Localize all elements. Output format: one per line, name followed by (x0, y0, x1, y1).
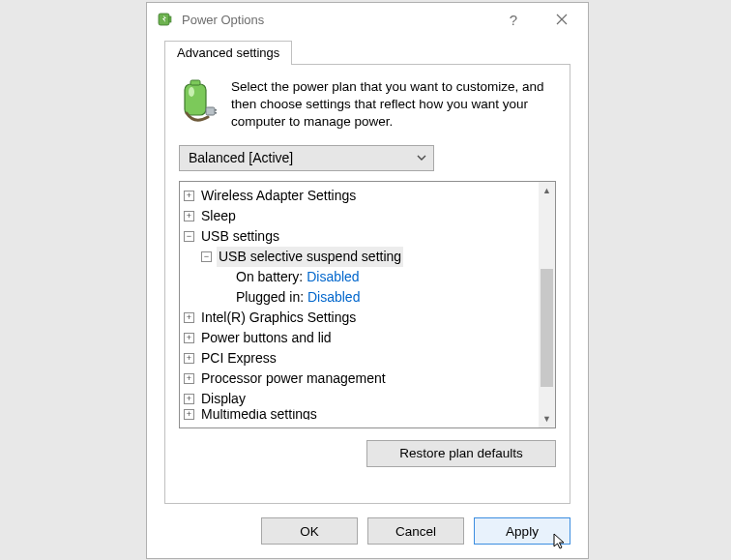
chevron-down-icon (417, 155, 426, 161)
tab-advanced-settings[interactable]: Advanced settings (164, 41, 292, 65)
svg-rect-4 (206, 107, 215, 115)
apply-button[interactable]: Apply (474, 517, 570, 545)
tree-item-usb-selective-suspend[interactable]: − USB selective suspend setting (184, 247, 537, 267)
close-button[interactable] (541, 6, 582, 33)
settings-tree: + Wireless Adapter Settings + Sleep − US… (179, 181, 556, 428)
tree-item-intel-graphics[interactable]: + Intel(R) Graphics Settings (184, 308, 537, 328)
expand-icon[interactable]: + (184, 394, 194, 404)
description-text: Select the power plan that you want to c… (231, 78, 556, 132)
power-plan-selected-label: Balanced [Active] (189, 150, 293, 165)
battery-plug-icon (157, 11, 174, 28)
tab-panel: Select the power plan that you want to c… (164, 65, 570, 504)
dialog-content: Advanced settings Select the power plan … (147, 36, 588, 517)
scroll-up-icon[interactable]: ▲ (542, 184, 551, 197)
titlebar: Power Options ? (147, 3, 588, 36)
svg-point-3 (189, 87, 194, 97)
description-row: Select the power plan that you want to c… (179, 78, 556, 132)
scroll-thumb[interactable] (541, 269, 553, 387)
tree-leaf-plugged-in[interactable]: Plugged in: Disabled (184, 287, 537, 308)
ok-button[interactable]: OK (261, 517, 358, 545)
tabstrip: Advanced settings (164, 40, 570, 65)
svg-rect-2 (190, 80, 200, 85)
collapse-icon[interactable]: − (184, 231, 194, 242)
tree-item-processor-power-mgmt[interactable]: + Processor power management (184, 368, 537, 389)
plugged-in-value[interactable]: Disabled (307, 287, 360, 308)
cancel-button[interactable]: Cancel (367, 517, 464, 545)
svg-rect-1 (185, 84, 206, 115)
power-plan-select[interactable]: Balanced [Active] (179, 145, 434, 171)
expand-icon[interactable]: + (184, 373, 194, 384)
help-button[interactable]: ? (493, 6, 534, 33)
svg-rect-6 (215, 112, 217, 114)
scroll-track[interactable] (539, 197, 555, 412)
window-title: Power Options (182, 13, 485, 27)
tree-viewport[interactable]: + Wireless Adapter Settings + Sleep − US… (180, 182, 539, 427)
tree-item-wireless-adapter[interactable]: + Wireless Adapter Settings (184, 186, 537, 206)
tree-item-power-buttons-lid[interactable]: + Power buttons and lid (184, 328, 537, 348)
expand-icon[interactable]: + (184, 333, 194, 343)
expand-icon[interactable]: + (184, 211, 194, 221)
tree-item-sleep[interactable]: + Sleep (184, 206, 537, 226)
power-options-dialog: Power Options ? Advanced settings (146, 2, 589, 559)
tree-leaf-on-battery[interactable]: On battery: Disabled (184, 267, 537, 287)
restore-plan-defaults-button[interactable]: Restore plan defaults (366, 440, 556, 467)
collapse-icon[interactable]: − (201, 251, 212, 262)
tree-item-display[interactable]: + Display (184, 389, 537, 409)
scroll-down-icon[interactable]: ▼ (542, 412, 551, 426)
expand-icon[interactable]: + (184, 353, 194, 364)
svg-rect-5 (215, 109, 217, 111)
expand-icon[interactable]: + (184, 409, 194, 420)
tree-vertical-scrollbar[interactable]: ▲ ▼ (539, 182, 555, 427)
on-battery-value[interactable]: Disabled (307, 267, 359, 287)
expand-icon[interactable]: + (184, 191, 194, 201)
tree-item-multimedia[interactable]: + Multimedia settings (184, 409, 537, 420)
tree-item-pci-express[interactable]: + PCI Express (184, 348, 537, 368)
tree-item-usb-settings[interactable]: − USB settings (184, 226, 537, 247)
expand-icon[interactable]: + (184, 312, 194, 323)
svg-rect-0 (169, 16, 171, 22)
battery-plug-large-icon (179, 78, 218, 132)
dialog-button-row: OK Cancel Apply (147, 517, 588, 558)
